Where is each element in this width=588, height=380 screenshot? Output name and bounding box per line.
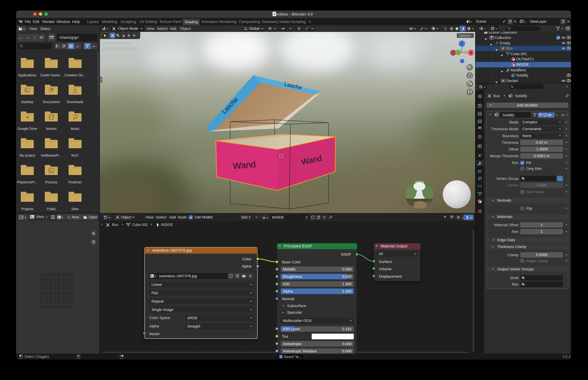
svg-text:Wand: Wand <box>232 159 256 171</box>
svg-text:Z: Z <box>461 42 463 46</box>
svg-text:X: X <box>470 51 472 55</box>
